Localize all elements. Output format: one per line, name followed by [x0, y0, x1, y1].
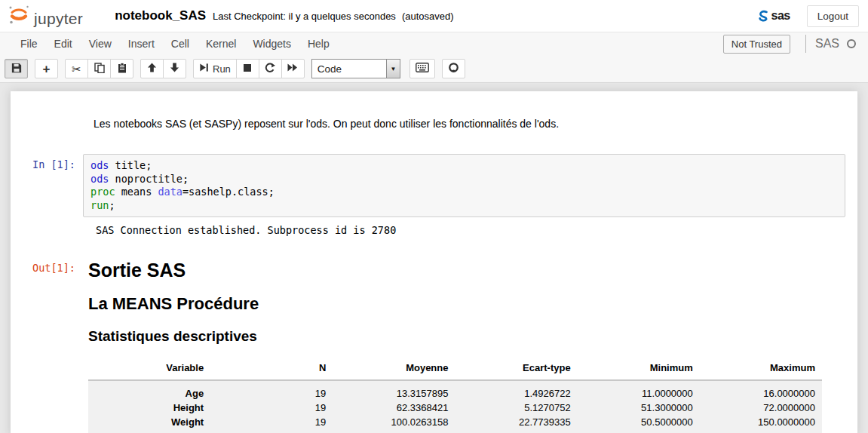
kernel-name: SAS — [815, 37, 839, 51]
row-label-cell: Height — [88, 401, 210, 415]
menu-help[interactable]: Help — [299, 38, 338, 50]
paste-icon — [117, 63, 127, 75]
output-cell: Out[1]: Sortie SAS La MEANS Procédure St… — [11, 257, 857, 433]
row-label-cell: Weight — [88, 415, 210, 433]
value-cell: 150.0000000 — [700, 415, 822, 433]
value-cell: 50.5000000 — [578, 415, 700, 433]
table-header-cell: Minimum — [578, 358, 700, 380]
table-row: Age1913.31578951.492672211.000000016.000… — [88, 380, 822, 401]
copy-icon — [94, 63, 105, 75]
output-prompt: Out[1]: — [11, 257, 83, 275]
autosave-status: (autosaved) — [402, 11, 454, 22]
cut-icon: ✂ — [72, 63, 81, 75]
restart-kernel-button[interactable] — [259, 59, 282, 78]
menu-edit[interactable]: Edit — [46, 38, 81, 50]
github-icon — [448, 62, 459, 75]
command-palette-button[interactable] — [409, 59, 435, 78]
markdown-cell[interactable]: Les notebooks SAS (et SASPy) reposent su… — [94, 117, 827, 131]
value-cell: 11.0000000 — [578, 380, 700, 401]
row-label-cell: Age — [88, 380, 210, 401]
notebook-container: Les notebooks SAS (et SASPy) reposent su… — [11, 91, 857, 433]
value-cell: 13.3157895 — [333, 380, 455, 401]
value-cell: 5.1270752 — [455, 401, 577, 415]
output-heading-2: La MEANS Procédure — [88, 293, 857, 314]
sas-html-output: Sortie SAS La MEANS Procédure Statistiqu… — [83, 257, 857, 433]
cell-type-dropdown[interactable]: Code ▼ — [311, 59, 400, 78]
add-cell-icon: + — [43, 63, 51, 75]
move-cell-up-button[interactable] — [140, 59, 164, 78]
code-line: ods noproctitle; — [90, 173, 838, 186]
menu-widgets[interactable]: Widgets — [244, 38, 299, 50]
output-heading-1: Sortie SAS — [88, 259, 857, 281]
menu-insert[interactable]: Insert — [120, 38, 163, 50]
run-cell-button[interactable]: Run — [193, 59, 237, 78]
menu-file[interactable]: File — [12, 38, 46, 50]
table-header-cell: Moyenne — [333, 358, 455, 380]
header-bar: jupyter notebook_SAS Last Checkpoint: il… — [0, 0, 868, 32]
value-cell: 19 — [210, 401, 333, 415]
table-header-cell: N — [210, 358, 333, 380]
code-line: ods title; — [90, 159, 838, 173]
toolbar: + ✂ — [0, 55, 868, 83]
table-row: Height1962.33684215.127075251.300000072.… — [88, 401, 822, 415]
save-icon — [11, 63, 22, 75]
code-editor[interactable]: ods title;ods noproctitle;proc means dat… — [83, 154, 845, 217]
value-cell: 19 — [210, 415, 333, 433]
move-down-icon — [170, 63, 179, 75]
table-header-cell: Variable — [88, 358, 210, 380]
dropdown-arrow-icon: ▼ — [386, 60, 400, 78]
logout-button[interactable]: Logout — [807, 5, 859, 27]
value-cell: 62.3368421 — [333, 401, 455, 415]
jupyter-wordmark: jupyter — [34, 9, 83, 29]
menu-cell[interactable]: Cell — [163, 38, 198, 50]
table-header-cell: Maximum — [700, 358, 822, 380]
stdout-output: SAS Connection established. Subprocess i… — [96, 224, 857, 237]
cell-type-value: Code — [317, 63, 342, 75]
sas-swirl-icon — [756, 9, 771, 23]
notebook-title[interactable]: notebook_SAS — [115, 8, 206, 23]
not-trusted-button[interactable]: Not Trusted — [723, 35, 790, 54]
paste-cell-button[interactable] — [110, 59, 133, 78]
menu-bar: File Edit View Insert Cell Kernel Widget… — [0, 32, 868, 55]
code-cell: In [1]: ods title;ods noproctitle;proc m… — [11, 154, 857, 217]
copy-cell-button[interactable] — [87, 59, 111, 78]
menu-kernel[interactable]: Kernel — [198, 38, 244, 50]
output-heading-3: Statistiques descriptives — [88, 327, 857, 345]
run-button-label: Run — [213, 63, 231, 75]
value-cell: 19 — [210, 380, 333, 401]
add-cell-button[interactable]: + — [35, 59, 58, 78]
value-cell: 72.0000000 — [700, 401, 822, 415]
restart-icon — [265, 63, 275, 75]
code-line: proc means data=sashelp.class; — [90, 186, 838, 199]
stop-icon — [243, 63, 252, 75]
keyboard-icon — [416, 63, 429, 75]
menu-view[interactable]: View — [81, 38, 120, 50]
run-icon — [199, 63, 209, 75]
kernel-idle-icon — [847, 39, 856, 48]
jupyter-logo[interactable]: jupyter — [8, 3, 83, 29]
code-line: run; — [90, 199, 838, 213]
value-cell: 16.0000000 — [700, 380, 822, 401]
cut-cell-button[interactable]: ✂ — [65, 59, 88, 78]
table-body: Age1913.31578951.492672211.000000016.000… — [88, 380, 822, 433]
table-row: Weight19100.026315822.773933550.50000001… — [88, 415, 822, 433]
value-cell: 51.3000000 — [578, 401, 700, 415]
table-header-cell: Ecart-type — [455, 358, 577, 380]
move-up-icon — [147, 63, 157, 75]
input-prompt: In [1]: — [11, 154, 83, 171]
table-header-row: VariableNMoyenneEcart-typeMinimumMaximum — [88, 358, 822, 380]
value-cell: 22.7739335 — [455, 415, 577, 433]
sas-wordmark: sas — [771, 9, 790, 23]
move-cell-down-button[interactable] — [163, 59, 186, 78]
github-extension-button[interactable] — [442, 59, 465, 78]
value-cell: 1.4926722 — [455, 380, 577, 401]
checkpoint-status: Last Checkpoint: il y a quelques seconde… — [213, 11, 396, 22]
means-table: VariableNMoyenneEcart-typeMinimumMaximum… — [88, 358, 822, 433]
kernel-divider — [805, 35, 806, 53]
run-all-below-button[interactable] — [281, 59, 305, 78]
sas-logo: sas — [756, 9, 790, 23]
interrupt-kernel-button[interactable] — [236, 59, 259, 78]
jupyter-logo-icon — [8, 3, 30, 29]
save-button[interactable] — [5, 59, 28, 78]
value-cell: 100.0263158 — [333, 415, 455, 433]
